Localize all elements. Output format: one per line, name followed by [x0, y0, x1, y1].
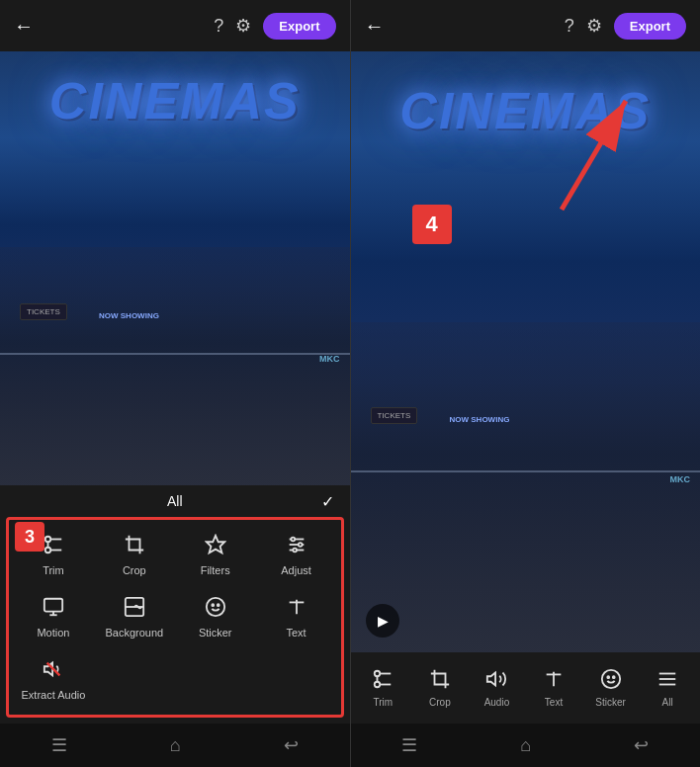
- right-help-icon[interactable]: ?: [565, 16, 574, 37]
- right-bottom-toolbar: Trim Crop Audio: [351, 652, 701, 724]
- left-now-showing: NOW SHOWING: [99, 311, 159, 320]
- left-tools-panel: All ✓ 3 Trim: [0, 485, 350, 724]
- svg-point-27: [375, 682, 381, 688]
- text-icon: [286, 596, 307, 623]
- toolbar-text-icon: [543, 668, 565, 695]
- toolbar-trim[interactable]: Trim: [363, 668, 402, 708]
- toolbar-all[interactable]: All: [648, 668, 687, 708]
- left-export-button[interactable]: Export: [263, 13, 335, 40]
- svg-point-19: [218, 604, 219, 606]
- right-glass-railing: [351, 470, 701, 472]
- right-back-button[interactable]: ←: [365, 15, 385, 38]
- left-cinema-image: CINEMAS TICKETS NOW SHOWING MKC: [0, 51, 350, 485]
- tool-filters[interactable]: Filters: [175, 524, 256, 586]
- right-top-bar: ← ? ⚙ Export: [351, 0, 701, 51]
- left-cinema-bottom: [0, 247, 350, 485]
- sticker-icon: [205, 596, 226, 623]
- toolbar-sticker[interactable]: Sticker: [591, 668, 631, 708]
- svg-point-0: [45, 537, 51, 543]
- svg-rect-12: [44, 599, 62, 612]
- extract-audio-icon: [43, 658, 64, 685]
- crop-label: Crop: [123, 564, 146, 576]
- right-nav-back-icon[interactable]: ↩: [634, 734, 649, 756]
- tool-sticker[interactable]: Sticker: [175, 586, 256, 648]
- adjust-label: Adjust: [281, 564, 311, 576]
- svg-marker-31: [487, 673, 495, 686]
- toolbar-text[interactable]: Text: [534, 668, 573, 708]
- filters-label: Filters: [201, 564, 230, 576]
- background-icon: [124, 596, 145, 623]
- toolbar-trim-icon: [372, 668, 394, 695]
- right-settings-icon[interactable]: ⚙: [586, 15, 602, 37]
- left-top-bar-right: ? ⚙ Export: [214, 13, 335, 40]
- svg-point-11: [293, 549, 297, 553]
- motion-label: Motion: [37, 627, 69, 639]
- tool-crop[interactable]: Crop: [94, 524, 175, 586]
- toolbar-audio[interactable]: Audio: [477, 668, 516, 708]
- right-video-preview: CINEMAS TICKETS NOW SHOWING MKC 4: [351, 51, 701, 652]
- left-video-preview: CINEMAS TICKETS NOW SHOWING MKC: [0, 51, 350, 485]
- left-tools-grid-wrapper: 3 Trim: [6, 517, 344, 718]
- left-nav-back-icon[interactable]: ↩: [284, 734, 299, 756]
- left-tools-header: All ✓: [0, 485, 350, 517]
- step-4-marker: 4: [412, 205, 452, 244]
- step-3-marker: 3: [15, 522, 44, 552]
- right-panel: ← ? ⚙ Export CINEMAS TICKETS NOW SHOWING…: [351, 0, 701, 767]
- toolbar-audio-label: Audio: [484, 697, 510, 708]
- tool-background[interactable]: Background: [94, 586, 175, 648]
- left-back-button[interactable]: ←: [14, 15, 34, 38]
- background-label: Background: [105, 627, 163, 639]
- right-mko-sign: MKC: [670, 474, 691, 484]
- svg-point-9: [291, 538, 295, 542]
- sticker-label: Sticker: [199, 627, 232, 639]
- right-cinema-image: CINEMAS TICKETS NOW SHOWING MKC 4: [351, 51, 701, 652]
- left-panel: ← ? ⚙ Export CINEMAS TICKETS NOW SHOWING…: [0, 0, 350, 767]
- toolbar-sticker-label: Sticker: [595, 697, 626, 708]
- svg-point-34: [601, 670, 619, 688]
- toolbar-crop-icon: [429, 668, 451, 695]
- svg-point-36: [612, 676, 614, 678]
- right-top-bar-right: ? ⚙ Export: [565, 13, 686, 40]
- toolbar-all-label: All: [662, 697, 673, 708]
- tool-text[interactable]: Text: [256, 586, 337, 648]
- svg-point-1: [45, 548, 51, 554]
- left-glass-railing: [0, 353, 350, 355]
- tool-extract-audio[interactable]: Extract Audio: [13, 648, 94, 711]
- left-nav-menu-icon[interactable]: ☰: [51, 734, 67, 756]
- toolbar-text-label: Text: [545, 697, 563, 708]
- left-settings-icon[interactable]: ⚙: [235, 15, 251, 37]
- left-mko-sign: MKC: [319, 354, 340, 364]
- tool-adjust[interactable]: Adjust: [256, 524, 337, 586]
- trim-label: Trim: [43, 564, 64, 576]
- right-export-button[interactable]: Export: [614, 13, 686, 40]
- left-tools-title: All: [167, 493, 183, 509]
- svg-point-35: [607, 676, 609, 678]
- play-button[interactable]: ▶: [366, 604, 399, 638]
- left-top-bar: ← ? ⚙ Export: [0, 0, 350, 51]
- toolbar-crop[interactable]: Crop: [420, 668, 460, 708]
- svg-point-17: [207, 598, 224, 616]
- right-nav-menu-icon[interactable]: ☰: [401, 734, 417, 756]
- left-tools-checkmark[interactable]: ✓: [321, 492, 334, 511]
- right-cinema-text: CINEMAS: [399, 81, 651, 140]
- right-tickets-sign: TICKETS: [371, 407, 418, 424]
- crop-icon: [124, 534, 145, 560]
- motion-icon: [43, 596, 64, 623]
- left-bottom-nav: ☰ ⌂ ↩: [0, 724, 350, 767]
- play-icon: ▶: [378, 613, 389, 629]
- right-nav-home-icon[interactable]: ⌂: [520, 735, 531, 756]
- left-tools-grid: Trim Crop Filters: [13, 524, 337, 711]
- left-tickets-sign: TICKETS: [20, 303, 67, 320]
- svg-marker-5: [207, 536, 224, 553]
- toolbar-all-icon: [656, 668, 678, 695]
- tool-motion[interactable]: Motion: [13, 586, 94, 648]
- svg-point-26: [375, 671, 381, 677]
- left-nav-home-icon[interactable]: ⌂: [170, 735, 181, 756]
- toolbar-audio-icon: [485, 668, 507, 695]
- left-cinema-text: CINEMAS: [49, 71, 301, 130]
- text-label: Text: [286, 627, 306, 639]
- toolbar-crop-label: Crop: [429, 697, 451, 708]
- left-help-icon[interactable]: ?: [214, 16, 223, 37]
- right-now-showing: NOW SHOWING: [450, 415, 510, 424]
- extract-audio-label: Extract Audio: [22, 689, 86, 701]
